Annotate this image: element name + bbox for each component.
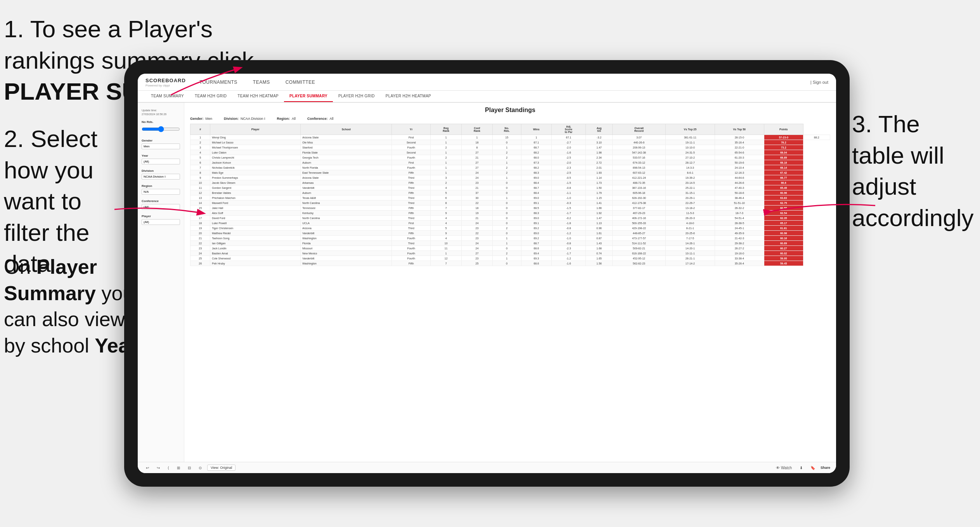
table-area: Player Standings Gender: Men Division: N… <box>184 103 836 462</box>
step-back-button[interactable]: ⟨ <box>165 465 171 471</box>
filter-region: Region: All <box>277 117 296 121</box>
table-row: 17David FordNorth CarolinaThird421069.0-… <box>190 216 830 221</box>
col-vs-top50: Vs Top 50 <box>715 124 764 135</box>
filter-gender-label: Gender: <box>190 117 204 121</box>
update-date: 27/03/2024 16:56:26 <box>142 113 166 116</box>
share-button[interactable]: Share <box>821 466 830 470</box>
watch-button[interactable]: 👁 Watch <box>774 465 794 471</box>
sidebar-gender: Gender Men <box>142 139 180 149</box>
sub-nav-player-summary[interactable]: PLAYER SUMMARY <box>284 91 333 102</box>
table-row: 24Bastien AmatNew MexicoFourth127269.4-1… <box>190 251 830 256</box>
col-overall-record: OverallRecord <box>613 124 666 135</box>
sidebar-year: Year (All) <box>142 154 180 164</box>
nav-bar: SCOREBOARD Powered by clippi TOURNAMENTS… <box>138 74 836 91</box>
download-button[interactable]: ⬇ <box>797 465 805 471</box>
player-select[interactable]: (All) <box>142 219 180 225</box>
step3-text: 3. The table will adjust accordingly <box>852 111 974 231</box>
standings-table: # Player School Yr RegRank ConfRank No.R… <box>190 124 830 266</box>
paste-button[interactable]: ⊟ <box>185 465 193 471</box>
filter-conference-value: All <box>330 117 334 121</box>
copy-button[interactable]: ⊞ <box>175 465 182 471</box>
col-player: Player <box>210 124 301 135</box>
col-school: School <box>301 124 392 135</box>
no-rds-label: No Rds. <box>142 120 180 124</box>
view-label: View: Original <box>211 466 232 470</box>
filter-division: Division: NCAA Division I <box>224 117 265 121</box>
sub-nav-team-summary[interactable]: TEAM SUMMARY <box>145 91 189 102</box>
table-row: 3Michael ThorbjornsenStanfordFourth28168… <box>190 145 830 150</box>
year-select[interactable]: (All) <box>142 159 180 164</box>
filter-conference: Conference: All <box>307 117 334 121</box>
sidebar-conference: Conference (All) <box>142 199 180 210</box>
redo-button[interactable]: ↪ <box>154 465 162 471</box>
annotation-step3: 3. The table will adjust accordingly <box>852 109 976 233</box>
no-rds-slider[interactable] <box>142 125 180 133</box>
nav-items: TOURNAMENTS TEAMS COMMITTEE <box>197 79 810 85</box>
sub-nav-team-h2h-heatmap[interactable]: TEAM H2H HEATMAP <box>232 91 284 102</box>
gender-select[interactable]: Men <box>142 143 180 149</box>
sub-nav-team-h2h-grid[interactable]: TEAM H2H GRID <box>189 91 232 102</box>
table-row: 10Jacob Skov OlesenArkansasFifth223068.4… <box>190 180 830 185</box>
table-row: 14Maxwell FordNorth CarolinaThird822069.… <box>190 200 830 206</box>
table-body: 1Wenyi DingArizona StateFirst1115167.1-3… <box>190 135 830 266</box>
logo-sub: Powered by clippi <box>145 84 186 87</box>
update-time: Update time: 27/03/2024 16:56:26 <box>142 109 180 116</box>
table-row: 20Matthew RiedelVanderbiltFifth922069.0-… <box>190 231 830 236</box>
filter-button[interactable]: ⊙ <box>196 465 204 471</box>
table-row: 22Ian GilliganFloridaThird1024168.7-0.81… <box>190 241 830 246</box>
sign-out-link[interactable]: | Sign out <box>810 80 828 85</box>
update-label: Update time: <box>142 109 157 112</box>
nav-right: | Sign out <box>810 80 828 85</box>
table-row: 19Tiger ChristensenArizonaThird523269.2-… <box>190 226 830 231</box>
toolbar-bottom: ↩ ↪ ⟨ ⊞ ⊟ ⊙ View: Original 👁 Watch ⬇ 🔖 S… <box>138 462 836 473</box>
filter-division-value: NCAA Division I <box>241 117 265 121</box>
col-no-rds: No.Rds. <box>492 124 521 135</box>
filter-conference-label: Conference: <box>307 117 328 121</box>
table-row: 25Cole SherwoodVanderbiltFourth1223169.3… <box>190 256 830 261</box>
col-conf-rank: ConfRank <box>462 124 493 135</box>
annotation-bottom: On Player Summary you can also view by s… <box>4 254 144 359</box>
bottom-note: On Player Summary you can also view by s… <box>4 256 137 357</box>
nav-teams[interactable]: TEAMS <box>251 79 272 85</box>
view-selector[interactable]: View: Original <box>207 465 235 471</box>
table-row: 4Luke ClatonFlorida StateSecond127268.2-… <box>190 150 830 155</box>
bookmark-button[interactable]: 🔖 <box>808 465 817 471</box>
year-label: Year <box>142 154 180 157</box>
col-adj-score: Adj.Scoreto Par <box>552 124 586 135</box>
filter-region-label: Region: <box>277 117 290 121</box>
sidebar-player: Player (All) <box>142 214 180 225</box>
gender-label: Gender <box>142 139 180 142</box>
table-row: 1Wenyi DingArizona StateFirst1115167.1-3… <box>190 135 830 140</box>
table-row: 21Taehoon SongWashingtonFourth423169.2-1… <box>190 236 830 241</box>
col-reg-rank: RegRank <box>431 124 462 135</box>
sidebar: Update time: 27/03/2024 16:56:26 No Rds.… <box>138 103 184 462</box>
filter-gender: Gender: Men <box>190 117 212 121</box>
table-row: 5Christo LamprechtGeorgia TechFourth2212… <box>190 155 830 160</box>
region-select[interactable]: N/A <box>142 189 180 195</box>
undo-button[interactable]: ↩ <box>144 465 151 471</box>
nav-tournaments[interactable]: TOURNAMENTS <box>197 79 239 85</box>
col-wins: Wins <box>521 124 551 135</box>
conference-select[interactable]: (All) <box>142 204 180 210</box>
table-row: 9Preston SummerhaysArizona StateThird324… <box>190 175 830 180</box>
table-row: 15Jake HallTennesseeFifth718068.5-1.51.6… <box>190 206 830 211</box>
table-row: 6Jackson KoivunAuburnFirst127167.3-2.02.… <box>190 160 830 165</box>
division-select[interactable]: NCAA Division I <box>142 174 180 180</box>
col-yr: Yr <box>392 124 431 135</box>
col-rank: # <box>190 124 210 135</box>
tablet-device: SCOREBOARD Powered by clippi TOURNAMENTS… <box>124 60 850 487</box>
nav-committee[interactable]: COMMITTEE <box>284 79 317 85</box>
filter-division-label: Division: <box>224 117 239 121</box>
sub-nav: TEAM SUMMARY TEAM H2H GRID TEAM H2H HEAT… <box>138 91 836 103</box>
sidebar-no-rds: No Rds. <box>142 120 180 134</box>
table-row: 8Mats EgeEast Tennessee StateFifth124268… <box>190 170 830 175</box>
table-row: 12Brendan ValdesAuburnFifth537068.4-1.11… <box>190 190 830 195</box>
sub-nav-player-h2h-grid[interactable]: PLAYER H2H GRID <box>333 91 380 102</box>
tablet-screen: SCOREBOARD Powered by clippi TOURNAMENTS… <box>138 74 836 473</box>
table-row: 18Luke PowellUCLAFirst424069.1-1.81.1350… <box>190 221 830 226</box>
logo-text: SCOREBOARD <box>145 78 186 83</box>
division-label: Division <box>142 169 180 173</box>
col-points: Points <box>764 124 803 135</box>
sub-nav-player-h2h-heatmap[interactable]: PLAYER H2H HEATMAP <box>380 91 436 102</box>
region-label: Region <box>142 184 180 188</box>
